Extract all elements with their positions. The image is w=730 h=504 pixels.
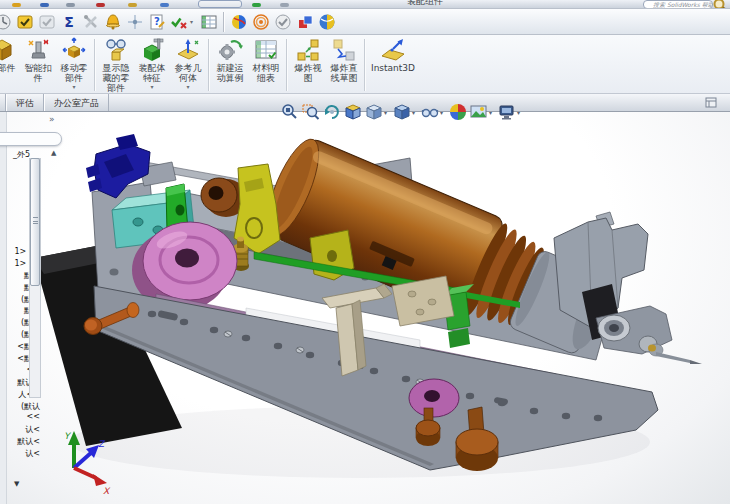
- ribbon-label: 智能扣件: [23, 63, 53, 83]
- ribbon-move-component[interactable]: 移动零部件 ▾: [56, 37, 92, 90]
- ribbon-instant3d[interactable]: Instant3D: [368, 37, 418, 73]
- ribbon-label: 爆炸视图: [293, 63, 323, 83]
- chevron-down-icon[interactable]: ▾: [412, 109, 419, 116]
- schedule-icon[interactable]: [0, 11, 14, 33]
- zoom-fit-icon[interactable]: [279, 101, 300, 123]
- hide-show-items-icon[interactable]: [419, 101, 440, 123]
- approve-circle-icon[interactable]: [272, 11, 294, 33]
- verify-check-icon[interactable]: [168, 11, 190, 33]
- tools-inactive-icon[interactable]: [80, 11, 102, 33]
- flyout-header-capsule[interactable]: [0, 132, 62, 146]
- ribbon-explode-line-sketch[interactable]: 爆炸直线草图: [326, 37, 362, 83]
- toolbar-partial-icon[interactable]: [252, 3, 261, 7]
- toolbar-partial-icon[interactable]: [66, 3, 75, 7]
- tree-item[interactable]: <<: [0, 412, 42, 424]
- ribbon-label: Instant3D: [371, 63, 415, 73]
- view-orientation-icon[interactable]: [363, 101, 384, 123]
- view-settings-icon[interactable]: [496, 101, 517, 123]
- ribbon-label: 移动零部件: [59, 63, 89, 83]
- tree-item[interactable]: (默认: [0, 401, 42, 413]
- ribbon-show-hidden-components[interactable]: 显示隐藏的零部件 ▾: [98, 37, 134, 100]
- display-style-icon[interactable]: [391, 101, 412, 123]
- table-icon[interactable]: [198, 11, 220, 33]
- tab-office-products[interactable]: 办公室产品: [44, 94, 109, 111]
- rotate-view-icon[interactable]: [321, 101, 342, 123]
- menu-bar-sliver: 装配组件 搜索 SolidWorks 帮助: [0, 0, 730, 9]
- ribbon-separator: [286, 39, 288, 91]
- feature-manager-flyout: » _外5 ▲ 1> (默1> (默默认默认(默认默认(默认(默认<默认<默认<…: [0, 112, 66, 504]
- ribbon-exploded-view[interactable]: 爆炸视图: [290, 37, 326, 83]
- toolbar-partial-icon[interactable]: [40, 3, 49, 7]
- probe-needle: [656, 352, 690, 363]
- tree-item[interactable]: 认<: [0, 424, 42, 436]
- zoom-area-icon[interactable]: [300, 101, 321, 123]
- ribbon-new-motion-study[interactable]: 新建运动算例: [212, 37, 248, 83]
- toolbar-partial-icon[interactable]: [12, 3, 21, 7]
- tree-root-item[interactable]: _外5: [0, 149, 30, 160]
- command-manager-ribbon: 零部件 智能扣件 移动零部件 ▾ 显示隐藏的零部件 ▾ 装配体特征 ▾ 参考几何…: [0, 35, 730, 94]
- tree-item[interactable]: 默认<: [0, 436, 42, 448]
- edit-appearance-icon[interactable]: [447, 101, 468, 123]
- ribbon-label: 零部件: [0, 63, 17, 73]
- tree-scroll-down-icon[interactable]: ▼: [14, 480, 19, 488]
- chevron-down-icon[interactable]: ▾: [489, 109, 496, 116]
- check-inactive-icon[interactable]: [36, 11, 58, 33]
- realview-globe-icon[interactable]: [316, 11, 338, 33]
- tree-item[interactable]: 认<: [0, 448, 42, 460]
- appearance-icon[interactable]: [228, 11, 250, 33]
- assembly-model[interactable]: Y Z X: [0, 112, 730, 504]
- ribbon-label: 材料明细表: [251, 63, 281, 83]
- ribbon-label: 装配体特征: [137, 63, 167, 83]
- toolbar-selected-button[interactable]: [198, 0, 242, 8]
- search-magnifier-icon[interactable]: [712, 0, 728, 9]
- motion-rings-icon[interactable]: [250, 11, 272, 33]
- tab-evaluate[interactable]: 评估: [6, 94, 44, 111]
- x-axis-arrow: [93, 474, 107, 486]
- ribbon-smart-fasteners[interactable]: 智能扣件: [20, 37, 56, 83]
- svg-text:?: ?: [154, 16, 160, 27]
- section-view-icon[interactable]: [342, 101, 363, 123]
- centermark-icon[interactable]: [124, 11, 146, 33]
- ribbon-assembly-features[interactable]: 装配体特征 ▾: [134, 37, 170, 90]
- ribbon-label: 参考几何体: [173, 63, 203, 83]
- ribbon-insert-component[interactable]: 零部件: [0, 37, 20, 73]
- chevron-down-icon[interactable]: ▾: [517, 109, 524, 116]
- tree-scroll-up-icon[interactable]: ▲: [51, 149, 56, 157]
- ribbon-separator: [364, 39, 366, 91]
- ribbon-separator: [208, 39, 210, 91]
- ribbon-reference-geometry[interactable]: 参考几何体 ▾: [170, 37, 206, 90]
- toolbar-partial-icon[interactable]: [96, 3, 105, 7]
- equations-icon[interactable]: Σ: [58, 11, 80, 33]
- chevron-down-icon[interactable]: ▾: [440, 109, 447, 116]
- x-axis-label: X: [103, 486, 111, 496]
- toolbar-partial-icon[interactable]: [280, 3, 289, 7]
- dropdown-caret-icon[interactable]: ▾: [190, 18, 198, 25]
- doc-question-icon[interactable]: ?: [146, 11, 168, 33]
- search-input[interactable]: 搜索 SolidWorks 帮助: [643, 0, 713, 9]
- apply-scene-icon[interactable]: [468, 101, 489, 123]
- tree-scrollbar-thumb[interactable]: [30, 158, 40, 286]
- alert-bell-icon[interactable]: [102, 11, 124, 33]
- compare-squares-icon[interactable]: [294, 11, 316, 33]
- graphics-viewport[interactable]: Y Z X: [0, 112, 730, 504]
- toolbar-partial-icon[interactable]: [160, 3, 169, 7]
- chevron-down-icon[interactable]: ▾: [150, 84, 153, 90]
- toolbar-separator: [223, 12, 225, 32]
- window-title: 装配组件: [360, 0, 490, 8]
- toolbar-partial-icon[interactable]: [128, 3, 137, 7]
- ribbon-label: 爆炸直线草图: [329, 63, 359, 83]
- ribbon-label: 显示隐藏的零部件: [101, 63, 131, 93]
- chevron-down-icon[interactable]: ▾: [186, 84, 189, 90]
- ribbon-bill-of-materials[interactable]: 材料明细表: [248, 37, 284, 83]
- chevron-down-icon[interactable]: ▾: [384, 109, 391, 116]
- thumb-grip: [33, 217, 38, 224]
- pane-toggle-icon[interactable]: [705, 97, 717, 109]
- design-checker-icon[interactable]: [14, 11, 36, 33]
- heads-up-view-toolbar: ▾ ▾ ▾ ▾ ▾: [279, 100, 524, 124]
- chevron-down-icon[interactable]: ▾: [72, 84, 75, 90]
- idler-pulley-magenta[interactable]: [409, 379, 459, 417]
- standard-toolbar: Σ ? ▾: [0, 9, 730, 35]
- expand-chevron-icon[interactable]: »: [49, 114, 55, 124]
- ribbon-label: 新建运动算例: [215, 63, 245, 83]
- solidworks-window: 装配组件 搜索 SolidWorks 帮助 Σ ? ▾: [0, 0, 730, 504]
